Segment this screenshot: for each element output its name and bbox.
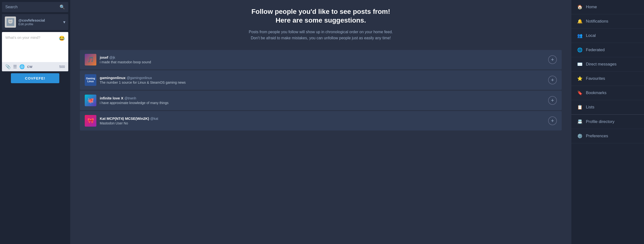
sidebar-item-notifications[interactable]: 🔔 Notifications	[571, 14, 644, 29]
suggestion-avatar: 🎀	[85, 115, 96, 127]
profile-section: @covfefesocial Edit profile ▾	[2, 14, 68, 30]
globe-icon[interactable]: 🌐	[19, 64, 25, 69]
suggestion-handle: @kat	[150, 117, 158, 120]
suggestion-handle: @jk	[109, 56, 115, 59]
sidebar-item-favourites[interactable]: ⭐ Favourites	[571, 72, 644, 86]
suggestion-bio: i have approximate knowledge of many thi…	[100, 101, 545, 105]
sidebar-item-home[interactable]: 🏠 Home	[571, 0, 644, 14]
suggestion-name: infinite love X	[100, 96, 124, 100]
covfefe-button[interactable]: COVFEFE!	[11, 73, 59, 83]
lists-icon: 📋	[577, 104, 582, 110]
suggestions-container: 🎵 josef @jk i made that mastodon boop so…	[80, 50, 562, 132]
suggestion-name: Kat MCP(NT4) MCSE(Win2K)	[100, 116, 149, 120]
nav-label: Direct messages	[586, 62, 617, 67]
compose-footer: 📎 ☰ 🌐 CW 500	[2, 62, 68, 71]
suggestion-info: Kat MCP(NT4) MCSE(Win2K) @kat Mastodon U…	[100, 116, 545, 125]
sidebar-item-profile-directory[interactable]: 📇 Profile directory	[571, 115, 644, 129]
sidebar-item-direct-messages[interactable]: ✉️ Direct messages	[571, 57, 644, 72]
cw-button[interactable]: CW	[27, 65, 32, 69]
nav-label: Bookmarks	[586, 90, 606, 95]
main-heading: Follow people you'd like to see posts fr…	[80, 7, 562, 25]
compose-top: 😂	[2, 32, 68, 62]
nav-container: 🏠 Home 🔔 Notifications 👥 Local 🌐 Federat…	[571, 0, 644, 143]
nav-label: Home	[586, 5, 597, 10]
search-bar: 🔍	[2, 2, 68, 12]
avatar-image	[6, 18, 14, 26]
suggestion-avatar: GamingLinux	[85, 74, 96, 86]
nav-label: Notifications	[586, 19, 608, 24]
avatar	[5, 17, 16, 28]
profile-edit-label[interactable]: Edit profile	[18, 22, 61, 26]
suggestion-bio: i made that mastodon boop sound	[100, 60, 545, 64]
follow-button[interactable]: +	[548, 55, 557, 64]
suggestion-handle: @gamingonlinux	[126, 76, 152, 80]
federated-icon: 🌐	[577, 47, 582, 53]
nav-label: Profile directory	[586, 119, 614, 124]
compose-box: 😂 📎 ☰ 🌐 CW 500	[2, 32, 68, 71]
profile-chevron-icon[interactable]: ▾	[63, 19, 65, 25]
suggestion-info: josef @jk i made that mastodon boop soun…	[100, 55, 545, 64]
list-item: 🐙 infinite love X @trwnh i have approxim…	[80, 91, 562, 110]
suggestions-list: 🎵 josef @jk i made that mastodon boop so…	[80, 50, 562, 132]
search-input[interactable]	[5, 5, 58, 9]
sidebar-item-preferences[interactable]: ⚙️ Preferences	[571, 129, 644, 143]
list-item: GamingLinux gamingonlinux @gamingonlinux…	[80, 70, 562, 90]
bookmarks-icon: 🔖	[577, 90, 582, 95]
nav-label: Favourites	[586, 76, 605, 81]
svg-point-5	[11, 21, 12, 22]
direct-messages-icon: ✉️	[577, 62, 582, 67]
local-icon: 👥	[577, 33, 582, 38]
char-count: 500	[59, 65, 65, 69]
list-item: 🎵 josef @jk i made that mastodon boop so…	[80, 50, 562, 69]
suggestion-avatar: 🎵	[85, 54, 96, 65]
nav-label: Local	[586, 33, 596, 38]
sidebar-item-federated[interactable]: 🌐 Federated	[571, 43, 644, 57]
suggestion-info: infinite love X @trwnh i have approximat…	[100, 96, 545, 105]
profile-info: @covfefesocial Edit profile	[18, 18, 61, 26]
attach-icon[interactable]: 📎	[5, 64, 11, 69]
suggestion-handle: @trwnh	[124, 96, 136, 100]
list-icon[interactable]: ☰	[13, 64, 17, 69]
main-subtext: Posts from people you follow will show u…	[248, 29, 394, 41]
main-content: Follow people you'd like to see posts fr…	[70, 0, 571, 244]
suggestion-bio: Mastodon User No	[100, 121, 545, 125]
nav-label: Preferences	[586, 134, 608, 139]
suggestion-name: josef	[100, 55, 108, 59]
profile-directory-icon: 📇	[577, 119, 582, 125]
follow-button[interactable]: +	[548, 96, 557, 105]
right-sidebar: 🏠 Home 🔔 Notifications 👥 Local 🌐 Federat…	[571, 0, 644, 244]
preferences-icon: ⚙️	[577, 134, 582, 139]
follow-button[interactable]: +	[548, 116, 557, 125]
nav-label: Lists	[586, 105, 594, 110]
compose-emoji-icon[interactable]: 😂	[59, 35, 65, 41]
suggestion-info: gamingonlinux @gamingonlinux The number …	[100, 76, 545, 84]
main-header: Follow people you'd like to see posts fr…	[80, 7, 562, 46]
sidebar-item-bookmarks[interactable]: 🔖 Bookmarks	[571, 86, 644, 100]
left-sidebar: 🔍 @covfefesocial Edit profile ▾ 😂	[0, 0, 70, 244]
suggestion-name: gamingonlinux	[100, 76, 126, 80]
nav-label: Federated	[586, 48, 605, 52]
search-icon: 🔍	[60, 4, 65, 10]
sidebar-item-lists[interactable]: 📋 Lists	[571, 100, 644, 114]
sidebar-item-local[interactable]: 👥 Local	[571, 29, 644, 43]
follow-button[interactable]: +	[548, 76, 557, 84]
suggestion-bio: The number 1 source for Linux & SteamOS …	[100, 80, 545, 84]
home-icon: 🏠	[577, 4, 582, 10]
profile-handle: @covfefesocial	[18, 18, 61, 22]
favourites-icon: ⭐	[577, 76, 582, 81]
suggestion-avatar: 🐙	[85, 95, 96, 106]
notifications-icon: 🔔	[577, 19, 582, 24]
compose-textarea[interactable]	[2, 32, 68, 61]
list-item: 🎀 Kat MCP(NT4) MCSE(Win2K) @kat Mastodon…	[80, 111, 562, 131]
svg-point-4	[10, 21, 10, 22]
